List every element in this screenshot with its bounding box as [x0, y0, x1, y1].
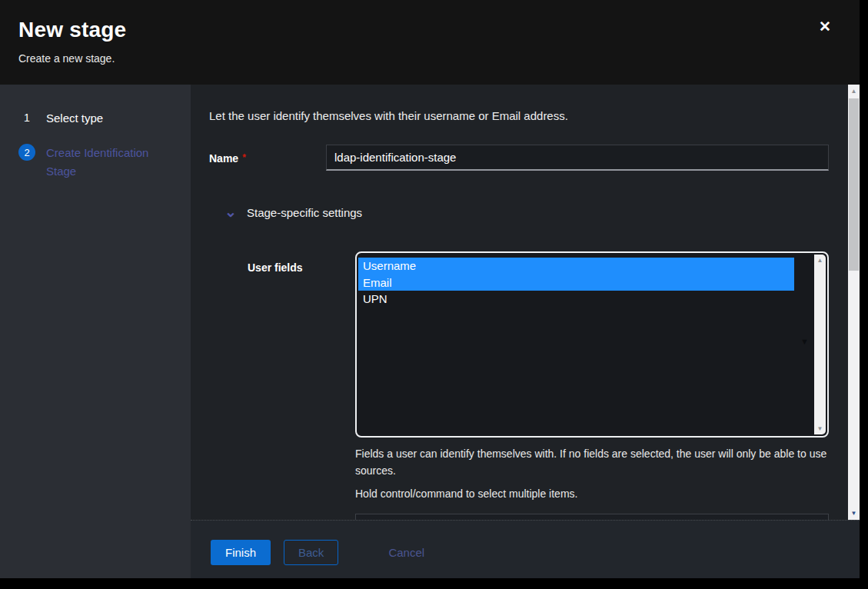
wizard-step-create-identification-stage[interactable]: 2 Create Identification Stage [18, 144, 175, 181]
scrollbar-up-icon[interactable]: ▲ [848, 88, 860, 95]
option-username[interactable]: Username [358, 258, 794, 275]
new-stage-modal: New stage Create a new stage. ✕ 1 Select… [0, 0, 860, 578]
stage-settings-label: Stage-specific settings [247, 206, 362, 219]
step-number: 1 [18, 109, 35, 126]
scroll-down-icon[interactable]: ▼ [814, 425, 826, 432]
help-text-fields: Fields a user can identify themselves wi… [355, 445, 829, 479]
user-fields-help: Fields a user can identify themselves wi… [355, 445, 829, 502]
page-subtitle: Create a new stage. [18, 52, 860, 65]
step-label: Create Identification Stage [46, 144, 175, 181]
scrollbar-down-icon[interactable]: ▼ [848, 510, 860, 517]
name-field-label: Name* [209, 145, 326, 171]
stage-settings-expander[interactable]: ⌄ Stage-specific settings [209, 206, 829, 218]
user-fields-label: User fields [248, 251, 355, 438]
scroll-up-icon[interactable]: ▲ [814, 257, 826, 264]
close-icon[interactable]: ✕ [819, 19, 831, 34]
wizard-step-select-type[interactable]: 1 Select type [18, 109, 175, 128]
option-upn[interactable]: UPN [358, 291, 794, 308]
modal-body: 1 Select type 2 Create Identification St… [0, 85, 860, 578]
required-asterisk: * [242, 152, 246, 163]
name-label-text: Name [209, 152, 238, 165]
option-email[interactable]: Email [358, 275, 794, 291]
wizard-footer: Finish Back Cancel [191, 520, 860, 578]
stage-description-text: Let the user identify themselves with th… [209, 109, 829, 122]
wizard-form: Let the user identify themselves with th… [191, 85, 860, 520]
cancel-button[interactable]: Cancel [388, 540, 424, 565]
user-fields-select[interactable]: Username Email UPN ▼ ▲ ▼ [355, 251, 829, 438]
page-title: New stage [18, 18, 860, 42]
modal-scrollbar[interactable]: ▲ ▼ [848, 85, 860, 520]
listbox-scrollbar[interactable]: ▲ ▼ [814, 255, 826, 434]
next-field-partial-input[interactable] [355, 514, 829, 520]
select-caret-icon: ▼ [800, 338, 809, 346]
wizard-right-column: Let the user identify themselves with th… [191, 85, 860, 578]
stage-settings-group: User fields Username Email UPN ▼ ▲ ▼ [248, 251, 829, 520]
scrollbar-thumb[interactable] [849, 98, 859, 271]
help-text-multiselect: Hold control/command to select multiple … [355, 485, 829, 502]
user-fields-row: User fields Username Email UPN ▼ ▲ ▼ [248, 251, 829, 438]
step-label: Select type [46, 109, 103, 128]
back-button[interactable]: Back [284, 540, 338, 565]
name-field-row: Name* [209, 145, 829, 171]
chevron-down-icon[interactable]: ⌄ [224, 208, 234, 216]
step-number-badge: 2 [18, 144, 35, 161]
wizard-steps-sidebar: 1 Select type 2 Create Identification St… [0, 85, 191, 578]
modal-header: New stage Create a new stage. ✕ [0, 0, 860, 85]
finish-button[interactable]: Finish [211, 540, 271, 565]
name-input[interactable] [326, 145, 829, 171]
